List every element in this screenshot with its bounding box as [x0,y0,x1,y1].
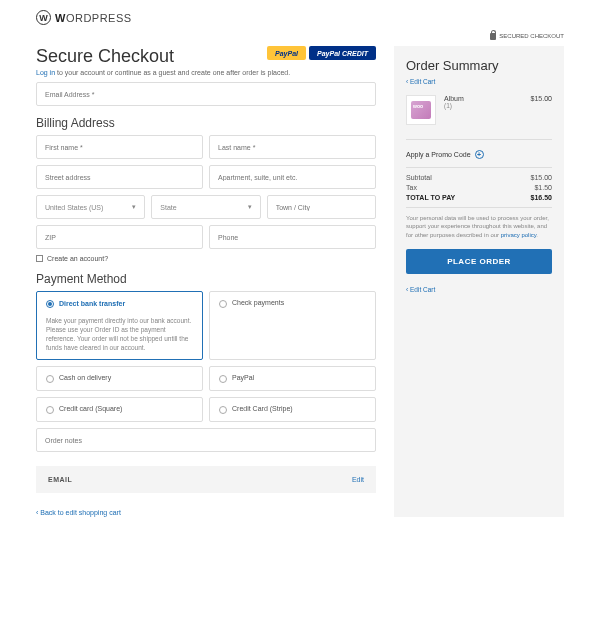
wordpress-icon: W [36,10,51,25]
login-link[interactable]: Log in [36,69,55,76]
payment-heading: Payment Method [36,272,376,286]
edit-cart-link[interactable]: Edit Cart [406,78,435,85]
divider [406,207,552,208]
site-logo: W WORDPRESS [36,10,564,25]
email-field[interactable] [36,82,376,106]
first-name-field[interactable] [36,135,203,159]
item-qty: (1) [444,102,464,109]
page-title: Secure Checkout [36,46,174,67]
item-price: $15.00 [531,95,552,102]
phone-field[interactable] [209,225,376,249]
order-summary-panel: Order Summary Edit Cart Album (1) $15.00… [394,46,564,517]
country-select[interactable]: United States (US)▾ [36,195,145,219]
payment-option-bank-transfer[interactable]: Direct bank transfer Make your payment d… [36,291,203,360]
email-bar-label: EMAIL [48,476,72,483]
payment-option-paypal[interactable]: PayPal [209,366,376,391]
divider [406,167,552,168]
summary-title: Order Summary [406,58,552,73]
zip-field[interactable] [36,225,203,249]
checkout-main: Secure Checkout PayPal PayPal CREDIT Log… [36,46,376,517]
radio-icon [219,300,227,308]
chevron-down-icon: ▾ [248,203,252,211]
privacy-policy-link[interactable]: privacy policy [501,232,537,238]
login-note: Log in to your account or continue as a … [36,69,376,76]
privacy-note: Your personal data will be used to proce… [406,214,552,239]
woo-icon [411,101,431,119]
tax-row: Tax$1.50 [406,184,552,191]
product-thumbnail [406,95,436,125]
apartment-field[interactable] [209,165,376,189]
paypal-credit-button[interactable]: PayPal CREDIT [309,46,376,60]
item-name: Album [444,95,464,102]
plus-circle-icon: + [475,150,484,159]
email-edit-link[interactable]: Edit [352,476,364,483]
payment-option-stripe[interactable]: Credit Card (Stripe) [209,397,376,422]
divider [406,139,552,140]
last-name-field[interactable] [209,135,376,159]
chevron-down-icon: ▾ [132,203,136,211]
radio-icon [219,406,227,414]
total-row: TOTAL TO PAY$16.50 [406,194,552,201]
order-notes-field[interactable] [36,428,376,452]
payment-option-check[interactable]: Check payments [209,291,376,360]
state-select[interactable]: State▾ [151,195,260,219]
secured-checkout-label: SECURED CHECKOUT [36,33,564,40]
email-summary-bar: EMAIL Edit [36,466,376,493]
create-account-checkbox[interactable] [36,255,43,262]
paypal-button[interactable]: PayPal [267,46,306,60]
radio-icon [219,375,227,383]
cart-item: Album (1) $15.00 [406,95,552,125]
radio-icon [46,406,54,414]
payment-option-cod[interactable]: Cash on delivery [36,366,203,391]
street-field[interactable] [36,165,203,189]
radio-icon [46,300,54,308]
town-field[interactable] [267,195,376,219]
lock-icon [490,33,496,40]
place-order-button[interactable]: PLACE ORDER [406,249,552,274]
create-account-row[interactable]: Create an account? [36,255,376,262]
back-to-cart-link[interactable]: Back to edit shopping cart [36,509,121,516]
payment-option-description: Make your payment directly into our bank… [46,316,193,352]
create-account-label: Create an account? [47,255,108,262]
edit-cart-link-bottom[interactable]: Edit Cart [406,286,435,293]
radio-icon [46,375,54,383]
billing-heading: Billing Address [36,116,376,130]
promo-code-toggle[interactable]: Apply a Promo Code + [406,150,552,159]
logo-text: WORDPRESS [55,12,132,24]
payment-option-square[interactable]: Credit card (Square) [36,397,203,422]
subtotal-row: Subtotal$15.00 [406,174,552,181]
